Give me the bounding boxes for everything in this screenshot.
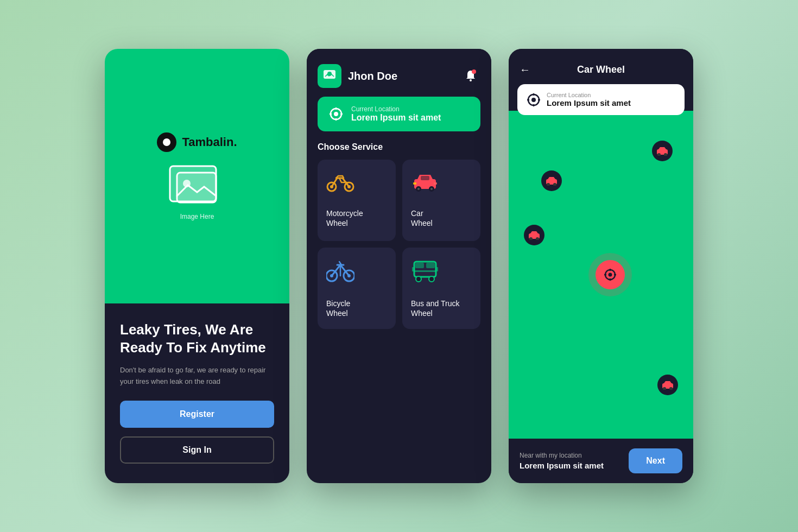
service-bicycle[interactable]: BicycleWheel — [318, 248, 396, 329]
svg-point-6 — [472, 69, 476, 74]
map-car-icon-4 — [662, 380, 674, 390]
motorcycle-icon — [326, 170, 354, 195]
register-button[interactable]: Register — [120, 401, 274, 428]
next-button[interactable]: Next — [629, 448, 682, 473]
svg-point-21 — [417, 188, 420, 190]
splash-top: Tambalin. Image Here — [105, 49, 289, 303]
svg-point-8 — [334, 112, 338, 116]
section-title: Choose Service — [307, 142, 491, 160]
logo: Tambalin. — [157, 132, 237, 152]
location-label: Current Location — [351, 105, 441, 113]
map-car-3 — [524, 225, 544, 245]
location-icon-dark — [526, 92, 541, 107]
avatar-icon — [322, 69, 337, 83]
home-header: Jhon Doe — [307, 49, 491, 97]
service-motorcycle[interactable]: MotorcycleWheel — [318, 160, 396, 241]
map-car-4 — [657, 375, 678, 395]
splash-heading: Leaky Tires, We Are Ready To Fix Anytime — [120, 321, 274, 356]
svg-point-38 — [531, 98, 536, 102]
svg-point-33 — [429, 276, 434, 282]
car-wheel-icon — [411, 170, 439, 192]
svg-rect-34 — [414, 270, 436, 272]
screen-splash: Tambalin. Image Here Leaky Tires, We Are… — [105, 49, 289, 483]
bell-icon — [464, 69, 478, 83]
svg-rect-1 — [177, 173, 216, 202]
current-location-label: Current Location — [547, 92, 631, 98]
user-name: Jhon Doe — [348, 70, 397, 83]
screen-map: ← Car Wheel Current Location Lorem Ipsum… — [509, 49, 693, 483]
bus-icon — [411, 258, 439, 286]
bus-wheel-icon — [411, 258, 439, 282]
screen-title: Car Wheel — [577, 64, 625, 75]
service-bus[interactable]: Bus and TruckWheel — [402, 248, 480, 329]
user-target-icon — [603, 268, 617, 282]
location-icon — [327, 105, 345, 123]
back-button[interactable]: ← — [520, 64, 530, 76]
splash-subtext: Don't be afraid to go far, we are ready … — [120, 365, 274, 388]
service-name-motorcycle: MotorcycleWheel — [326, 208, 363, 228]
svg-point-15 — [330, 185, 333, 188]
service-name-bicycle: BicycleWheel — [326, 299, 350, 318]
svg-point-32 — [416, 276, 421, 282]
service-name-car: CarWheel — [411, 208, 433, 228]
screen-home: Jhon Doe Current Location Lorem Ipsum si… — [307, 49, 491, 483]
target-dark-icon — [526, 92, 541, 107]
white-location-text: Current Location Lorem Ipsum sit amet — [547, 92, 631, 107]
svg-point-5 — [470, 79, 472, 81]
map-car-icon-1 — [656, 146, 668, 156]
footer-label: Near with my location — [520, 452, 604, 459]
location-text: Current Location Lorem Ipsum sit amet — [351, 105, 441, 123]
location-card-white[interactable]: Current Location Lorem Ipsum sit amet — [517, 84, 685, 115]
svg-point-22 — [430, 188, 433, 190]
signin-button[interactable]: Sign In — [120, 436, 274, 464]
logo-icon — [157, 132, 176, 152]
service-name-bus: Bus and TruckWheel — [411, 299, 460, 318]
target-icon — [328, 106, 344, 122]
svg-point-16 — [347, 185, 351, 188]
map-car-2 — [541, 170, 562, 191]
car-icon — [411, 170, 439, 195]
map-footer: Near with my location Lorem Ipsum sit am… — [509, 439, 693, 483]
svg-rect-23 — [413, 182, 416, 185]
bicycle-wheel-icon — [326, 258, 354, 282]
placeholder-image-icon — [167, 161, 227, 210]
map-car-1 — [652, 141, 673, 161]
splash-bottom: Leaky Tires, We Are Ready To Fix Anytime… — [105, 303, 289, 483]
services-grid: MotorcycleWheel CarWheel — [307, 160, 491, 329]
footer-value: Lorem Ipsum sit amet — [520, 461, 604, 470]
svg-rect-31 — [426, 263, 435, 268]
map-area — [509, 111, 693, 439]
notification-bell[interactable] — [461, 66, 480, 86]
svg-rect-24 — [434, 182, 437, 185]
svg-rect-18 — [421, 176, 429, 180]
service-car[interactable]: CarWheel — [402, 160, 480, 241]
user-avatar — [318, 64, 341, 88]
image-placeholder: Image Here — [159, 161, 235, 220]
bicycle-icon — [326, 258, 354, 286]
svg-point-56 — [609, 273, 612, 277]
image-label: Image Here — [180, 213, 214, 220]
location-value: Lorem Ipsum sit amet — [351, 113, 441, 123]
user-location-marker — [596, 260, 625, 289]
location-card[interactable]: Current Location Lorem Ipsum sit amet — [318, 97, 480, 131]
logo-text: Tambalin. — [182, 135, 237, 149]
footer-location: Near with my location Lorem Ipsum sit am… — [520, 452, 604, 470]
svg-rect-36 — [436, 267, 438, 271]
map-car-icon-3 — [528, 230, 540, 240]
map-car-icon-2 — [546, 176, 558, 186]
current-location-value: Lorem Ipsum sit amet — [547, 98, 631, 107]
user-info: Jhon Doe — [318, 64, 397, 88]
svg-rect-30 — [415, 263, 424, 268]
motorcycle-wheel-icon — [326, 170, 354, 192]
map-header: ← Car Wheel — [509, 49, 693, 84]
svg-rect-35 — [412, 267, 414, 271]
